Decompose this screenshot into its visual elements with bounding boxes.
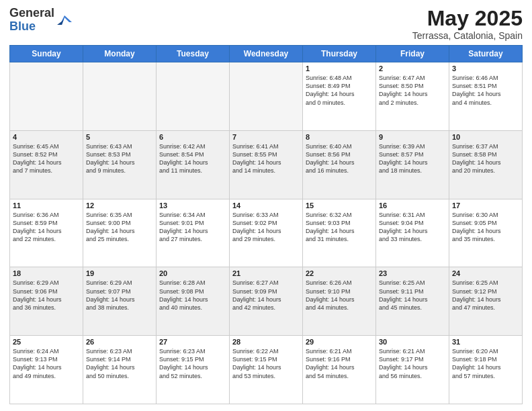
calendar-cell bbox=[10, 62, 83, 131]
calendar-cell: 25Sunrise: 6:24 AM Sunset: 9:13 PM Dayli… bbox=[10, 336, 83, 404]
day-number: 18 bbox=[13, 269, 80, 277]
calendar-cell: 12Sunrise: 6:35 AM Sunset: 9:00 PM Dayli… bbox=[83, 199, 157, 267]
calendar-cell: 2Sunrise: 6:47 AM Sunset: 8:50 PM Daylig… bbox=[376, 62, 449, 131]
calendar-header-friday: Friday bbox=[376, 46, 449, 62]
calendar-cell: 3Sunrise: 6:46 AM Sunset: 8:51 PM Daylig… bbox=[449, 62, 523, 131]
day-info: Sunrise: 6:40 AM Sunset: 8:56 PM Dayligh… bbox=[306, 142, 373, 175]
calendar-cell: 16Sunrise: 6:31 AM Sunset: 9:04 PM Dayli… bbox=[376, 199, 449, 267]
day-number: 7 bbox=[232, 133, 300, 141]
calendar-week-row: 25Sunrise: 6:24 AM Sunset: 9:13 PM Dayli… bbox=[10, 336, 523, 404]
calendar-header-tuesday: Tuesday bbox=[157, 46, 230, 62]
calendar-cell bbox=[157, 62, 230, 131]
calendar-cell: 4Sunrise: 6:45 AM Sunset: 8:52 PM Daylig… bbox=[10, 130, 83, 199]
day-info: Sunrise: 6:23 AM Sunset: 9:14 PM Dayligh… bbox=[86, 347, 153, 380]
day-info: Sunrise: 6:21 AM Sunset: 9:17 PM Dayligh… bbox=[379, 347, 446, 380]
day-number: 17 bbox=[452, 201, 519, 210]
calendar-week-row: 11Sunrise: 6:36 AM Sunset: 8:59 PM Dayli… bbox=[10, 199, 523, 267]
day-info: Sunrise: 6:46 AM Sunset: 8:51 PM Dayligh… bbox=[452, 74, 519, 107]
day-info: Sunrise: 6:37 AM Sunset: 8:58 PM Dayligh… bbox=[452, 142, 519, 175]
calendar-cell bbox=[230, 62, 303, 131]
day-number: 25 bbox=[13, 338, 80, 346]
day-info: Sunrise: 6:45 AM Sunset: 8:52 PM Dayligh… bbox=[13, 142, 80, 175]
calendar-cell: 29Sunrise: 6:21 AM Sunset: 9:16 PM Dayli… bbox=[303, 336, 376, 404]
day-number: 19 bbox=[86, 269, 153, 277]
day-number: 30 bbox=[379, 338, 446, 346]
calendar-cell: 31Sunrise: 6:20 AM Sunset: 9:18 PM Dayli… bbox=[449, 336, 523, 404]
calendar-cell: 27Sunrise: 6:23 AM Sunset: 9:15 PM Dayli… bbox=[157, 336, 230, 404]
calendar-cell: 30Sunrise: 6:21 AM Sunset: 9:17 PM Dayli… bbox=[376, 336, 449, 404]
day-info: Sunrise: 6:28 AM Sunset: 9:08 PM Dayligh… bbox=[159, 279, 226, 312]
calendar-header-row: SundayMondayTuesdayWednesdayThursdayFrid… bbox=[10, 46, 523, 62]
day-info: Sunrise: 6:48 AM Sunset: 8:49 PM Dayligh… bbox=[306, 74, 373, 107]
day-number: 3 bbox=[452, 64, 519, 73]
day-number: 15 bbox=[306, 201, 373, 210]
day-info: Sunrise: 6:29 AM Sunset: 9:07 PM Dayligh… bbox=[86, 279, 153, 312]
calendar-cell: 5Sunrise: 6:43 AM Sunset: 8:53 PM Daylig… bbox=[83, 130, 157, 199]
calendar-week-row: 18Sunrise: 6:29 AM Sunset: 9:06 PM Dayli… bbox=[10, 267, 523, 336]
day-info: Sunrise: 6:31 AM Sunset: 9:04 PM Dayligh… bbox=[379, 211, 446, 244]
calendar-cell: 8Sunrise: 6:40 AM Sunset: 8:56 PM Daylig… bbox=[303, 130, 376, 199]
calendar-cell: 15Sunrise: 6:32 AM Sunset: 9:03 PM Dayli… bbox=[303, 199, 376, 267]
day-number: 5 bbox=[86, 133, 153, 141]
day-info: Sunrise: 6:20 AM Sunset: 9:18 PM Dayligh… bbox=[452, 347, 519, 380]
day-info: Sunrise: 6:34 AM Sunset: 9:01 PM Dayligh… bbox=[159, 211, 226, 244]
day-info: Sunrise: 6:24 AM Sunset: 9:13 PM Dayligh… bbox=[13, 347, 80, 380]
calendar-cell: 14Sunrise: 6:33 AM Sunset: 9:02 PM Dayli… bbox=[230, 199, 303, 267]
calendar-cell: 1Sunrise: 6:48 AM Sunset: 8:49 PM Daylig… bbox=[303, 62, 376, 131]
day-info: Sunrise: 6:25 AM Sunset: 9:11 PM Dayligh… bbox=[379, 279, 446, 312]
month-title: May 2025 bbox=[412, 7, 523, 30]
day-info: Sunrise: 6:42 AM Sunset: 8:54 PM Dayligh… bbox=[159, 142, 226, 175]
day-info: Sunrise: 6:35 AM Sunset: 9:00 PM Dayligh… bbox=[86, 211, 153, 244]
day-number: 26 bbox=[86, 338, 153, 346]
day-number: 8 bbox=[306, 133, 373, 141]
calendar-cell: 11Sunrise: 6:36 AM Sunset: 8:59 PM Dayli… bbox=[10, 199, 83, 267]
calendar-cell: 22Sunrise: 6:26 AM Sunset: 9:10 PM Dayli… bbox=[303, 267, 376, 336]
day-number: 28 bbox=[232, 338, 300, 346]
day-number: 2 bbox=[379, 64, 446, 73]
day-number: 21 bbox=[232, 269, 300, 277]
day-info: Sunrise: 6:30 AM Sunset: 9:05 PM Dayligh… bbox=[452, 211, 519, 244]
calendar-header-sunday: Sunday bbox=[10, 46, 83, 62]
day-number: 12 bbox=[86, 201, 153, 210]
day-number: 10 bbox=[452, 133, 519, 141]
day-number: 24 bbox=[452, 269, 519, 277]
day-info: Sunrise: 6:41 AM Sunset: 8:55 PM Dayligh… bbox=[232, 142, 300, 175]
day-info: Sunrise: 6:22 AM Sunset: 9:15 PM Dayligh… bbox=[232, 347, 300, 380]
day-number: 27 bbox=[159, 338, 226, 346]
day-number: 29 bbox=[306, 338, 373, 346]
calendar-week-row: 4Sunrise: 6:45 AM Sunset: 8:52 PM Daylig… bbox=[10, 130, 523, 199]
day-info: Sunrise: 6:36 AM Sunset: 8:59 PM Dayligh… bbox=[13, 211, 80, 244]
calendar-cell: 10Sunrise: 6:37 AM Sunset: 8:58 PM Dayli… bbox=[449, 130, 523, 199]
day-number: 1 bbox=[306, 64, 373, 73]
day-number: 22 bbox=[306, 269, 373, 277]
day-number: 9 bbox=[379, 133, 446, 141]
calendar-table: SundayMondayTuesdayWednesdayThursdayFrid… bbox=[9, 45, 523, 404]
calendar-cell: 20Sunrise: 6:28 AM Sunset: 9:08 PM Dayli… bbox=[157, 267, 230, 336]
calendar-cell: 7Sunrise: 6:41 AM Sunset: 8:55 PM Daylig… bbox=[230, 130, 303, 199]
calendar-cell: 24Sunrise: 6:25 AM Sunset: 9:12 PM Dayli… bbox=[449, 267, 523, 336]
day-number: 11 bbox=[13, 201, 80, 210]
logo-blue-text: Blue bbox=[9, 20, 54, 34]
header: General Blue May 2025 Terrassa, Cataloni… bbox=[9, 7, 523, 41]
calendar-cell bbox=[83, 62, 157, 131]
location: Terrassa, Catalonia, Spain bbox=[412, 30, 523, 41]
page: General Blue May 2025 Terrassa, Cataloni… bbox=[0, 0, 532, 411]
day-number: 14 bbox=[232, 201, 300, 210]
calendar-cell: 28Sunrise: 6:22 AM Sunset: 9:15 PM Dayli… bbox=[230, 336, 303, 404]
calendar-header-thursday: Thursday bbox=[303, 46, 376, 62]
logo-text: General Blue bbox=[9, 7, 54, 34]
day-info: Sunrise: 6:43 AM Sunset: 8:53 PM Dayligh… bbox=[86, 142, 153, 175]
day-info: Sunrise: 6:47 AM Sunset: 8:50 PM Dayligh… bbox=[379, 74, 446, 107]
calendar-cell: 9Sunrise: 6:39 AM Sunset: 8:57 PM Daylig… bbox=[376, 130, 449, 199]
day-number: 13 bbox=[159, 201, 226, 210]
calendar-cell: 17Sunrise: 6:30 AM Sunset: 9:05 PM Dayli… bbox=[449, 199, 523, 267]
calendar-header-saturday: Saturday bbox=[449, 46, 523, 62]
calendar-cell: 23Sunrise: 6:25 AM Sunset: 9:11 PM Dayli… bbox=[376, 267, 449, 336]
calendar-cell: 13Sunrise: 6:34 AM Sunset: 9:01 PM Dayli… bbox=[157, 199, 230, 267]
calendar-header-monday: Monday bbox=[83, 46, 157, 62]
day-info: Sunrise: 6:33 AM Sunset: 9:02 PM Dayligh… bbox=[232, 211, 300, 244]
calendar-cell: 26Sunrise: 6:23 AM Sunset: 9:14 PM Dayli… bbox=[83, 336, 157, 404]
logo-icon bbox=[57, 13, 72, 28]
day-info: Sunrise: 6:32 AM Sunset: 9:03 PM Dayligh… bbox=[306, 211, 373, 244]
day-info: Sunrise: 6:29 AM Sunset: 9:06 PM Dayligh… bbox=[13, 279, 80, 312]
